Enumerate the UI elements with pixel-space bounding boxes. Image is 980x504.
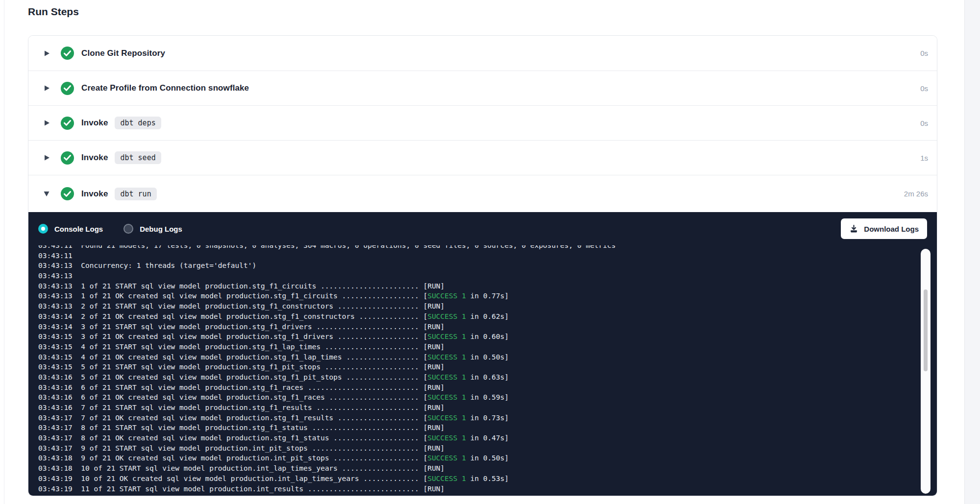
log-line: 03:43:13 1 of 21 OK created sql view mod… [38,291,912,301]
log-line: 03:43:16 5 of 21 OK created sql view mod… [38,372,912,383]
log-line: 03:43:18 9 of 21 OK created sql view mod… [38,453,912,463]
radio-unselected-icon[interactable] [123,224,133,234]
log-line: 03:43:16 7 of 21 START sql view model pr… [38,403,912,413]
radio-selected-icon[interactable] [38,224,48,234]
log-tab-console-logs[interactable]: Console Logs [38,224,103,234]
radio-label: Console Logs [54,225,103,233]
page-title: Run Steps [28,6,79,18]
caret-right-icon[interactable] [43,50,50,57]
step-command-badge: dbt run [115,188,156,200]
run-step-row-4[interactable]: Invokedbt seed1s [28,140,937,175]
step-label: Clone Git Repository [81,48,165,58]
success-check-icon [61,47,74,60]
console-panel: Console LogsDebug Logs Download Logs 03:… [28,212,937,496]
log-line: 03:43:19 10 of 21 OK created sql view mo… [38,474,912,484]
step-duration: 2m 26s [904,190,928,198]
log-line: 03:43:11 Found 21 models, 17 tests, 0 sn… [38,245,912,251]
caret-down-icon[interactable] [43,191,50,197]
step-duration: 0s [920,119,928,127]
log-line: 03:43:17 8 of 21 OK created sql view mod… [38,433,912,443]
log-line: 03:43:11 [38,251,912,261]
left-edge-divider [4,0,4,504]
run-step-row-5[interactable]: Invokedbt run2m 26s [28,175,937,212]
step-command-badge: dbt deps [115,117,161,129]
step-label: Create Profile from Connection snowflake [81,83,249,93]
success-check-icon [61,187,74,200]
log-line: 03:43:16 6 of 21 OK created sql view mod… [38,392,912,403]
log-line: 03:43:13 [38,271,912,281]
radio-label: Debug Logs [140,225,182,233]
log-line: 03:43:16 6 of 21 START sql view model pr… [38,383,912,393]
log-line: 03:43:15 5 of 21 START sql view model pr… [38,362,912,372]
log-line: 03:43:14 3 of 21 START sql view model pr… [38,322,912,332]
step-label: Invoke [81,153,108,163]
caret-right-icon[interactable] [43,154,50,161]
log-tab-debug-logs[interactable]: Debug Logs [123,224,182,234]
step-label: Invoke [81,118,108,128]
console-log-output: 03:43:11 Found 21 models, 17 tests, 0 sn… [38,245,912,494]
log-scrollbar-track[interactable] [921,249,931,494]
step-duration: 0s [920,84,928,93]
log-line: 03:43:18 10 of 21 START sql view model p… [38,463,912,474]
download-logs-button[interactable]: Download Logs [841,218,927,239]
log-line: 03:43:17 9 of 21 START sql view model pr… [38,443,912,454]
log-line: 03:43:13 1 of 21 START sql view model pr… [38,281,912,291]
log-line: 03:43:15 4 of 21 START sql view model pr… [38,342,912,352]
step-label: Invoke [81,189,108,199]
run-step-row-3[interactable]: Invokedbt deps0s [28,105,937,140]
log-line: 03:43:15 4 of 21 OK created sql view mod… [38,352,912,362]
success-check-icon [61,151,74,165]
run-steps-card: Clone Git Repository0sCreate Profile fro… [28,35,937,496]
caret-right-icon[interactable] [43,120,50,126]
log-line: 03:43:14 2 of 21 OK created sql view mod… [38,312,912,322]
log-line: 03:43:13 Concurrency: 1 threads (target=… [38,261,912,271]
download-icon [849,224,858,234]
log-line: 03:43:17 7 of 21 OK created sql view mod… [38,413,912,423]
log-line: 03:43:19 11 of 21 START sql view model p… [38,484,912,494]
step-duration: 0s [920,49,928,57]
console-header: Console LogsDebug Logs Download Logs [28,212,937,245]
log-scrollbar-thumb[interactable] [924,289,928,371]
run-step-row-1[interactable]: Clone Git Repository0s [28,36,937,71]
run-step-row-2[interactable]: Create Profile from Connection snowflake… [28,71,937,105]
success-check-icon [61,82,74,95]
log-type-radio-group: Console LogsDebug Logs [38,224,203,234]
success-check-icon [61,117,74,130]
step-command-badge: dbt seed [115,151,161,164]
caret-right-icon[interactable] [43,85,50,92]
log-line: 03:43:13 2 of 21 START sql view model pr… [38,301,912,312]
download-logs-label: Download Logs [864,225,919,233]
run-steps-list: Clone Git Repository0sCreate Profile fro… [28,36,937,212]
log-line: 03:43:15 3 of 21 OK created sql view mod… [38,332,912,342]
step-duration: 1s [920,154,928,162]
log-line: 03:43:17 8 of 21 START sql view model pr… [38,423,912,433]
right-gutter [964,0,980,504]
